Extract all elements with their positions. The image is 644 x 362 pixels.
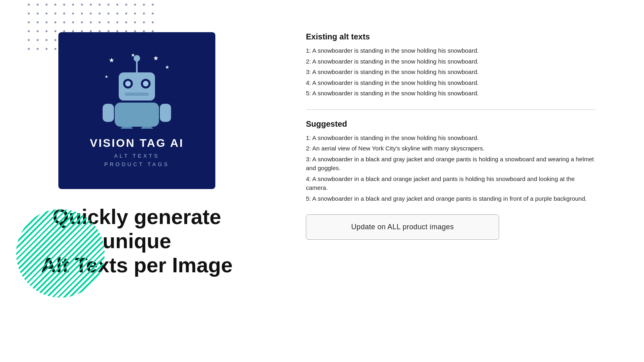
- logo-title: VISION TAG AI: [90, 137, 184, 150]
- robot-illustration: ★ ★ ★ ★ ★: [101, 52, 173, 133]
- svg-rect-7: [125, 93, 149, 96]
- existing-section: Existing alt texts 1: A snowboarder is s…: [306, 32, 596, 100]
- suggested-alt-text-list: 1: A snowboarder is standing in the snow…: [306, 134, 596, 204]
- list-item: 1: A snowboarder is standing in the snow…: [306, 46, 596, 56]
- star-icon: ★: [165, 64, 169, 70]
- section-divider: [306, 109, 596, 110]
- list-item: 5: A snowboarder is standing in the snow…: [306, 89, 596, 98]
- right-panel: Existing alt texts 1: A snowboarder is s…: [274, 0, 644, 362]
- list-item: 2: An aerial view of New York City's sky…: [306, 144, 596, 153]
- teal-circle-decoration: [16, 209, 105, 298]
- list-item: 4: A snowboarder in a black and orange j…: [306, 175, 596, 193]
- svg-rect-12: [121, 127, 133, 129]
- suggested-section-title: Suggested: [306, 119, 596, 129]
- existing-alt-text-list: 1: A snowboarder is standing in the snow…: [306, 46, 596, 98]
- svg-point-5: [125, 81, 131, 86]
- list-item: 5: A snowboarder in a black and gray jac…: [306, 194, 596, 204]
- svg-rect-11: [160, 104, 171, 122]
- list-item: 2: A snowboarder is standing in the snow…: [306, 57, 596, 66]
- update-all-button[interactable]: Update on ALL product images: [306, 214, 499, 240]
- list-item: 3: A snowboarder is standing in the snow…: [306, 68, 596, 77]
- star-icon: ★: [105, 74, 108, 79]
- list-item: 3: A snowboarder in a black and gray jac…: [306, 155, 596, 173]
- existing-section-title: Existing alt texts: [306, 32, 596, 41]
- logo-subtitle: ALT TEXTS PRODUCT TAGS: [104, 152, 169, 169]
- suggested-section: Suggested 1: A snowboarder is standing i…: [306, 119, 596, 205]
- logo-card: ★ ★ ★ ★ ★: [58, 32, 215, 189]
- list-item: 1: A snowboarder is standing in the snow…: [306, 134, 596, 143]
- svg-point-6: [143, 81, 149, 86]
- svg-rect-13: [141, 127, 153, 129]
- list-item: 4: A snowboarder is standing in the snow…: [306, 78, 596, 88]
- left-panel: ★ ★ ★ ★ ★: [0, 0, 274, 362]
- svg-rect-10: [103, 104, 114, 122]
- star-icon: ★: [109, 56, 114, 64]
- star-icon: ★: [153, 54, 159, 62]
- star-icon: ★: [131, 52, 135, 58]
- svg-rect-9: [115, 103, 159, 127]
